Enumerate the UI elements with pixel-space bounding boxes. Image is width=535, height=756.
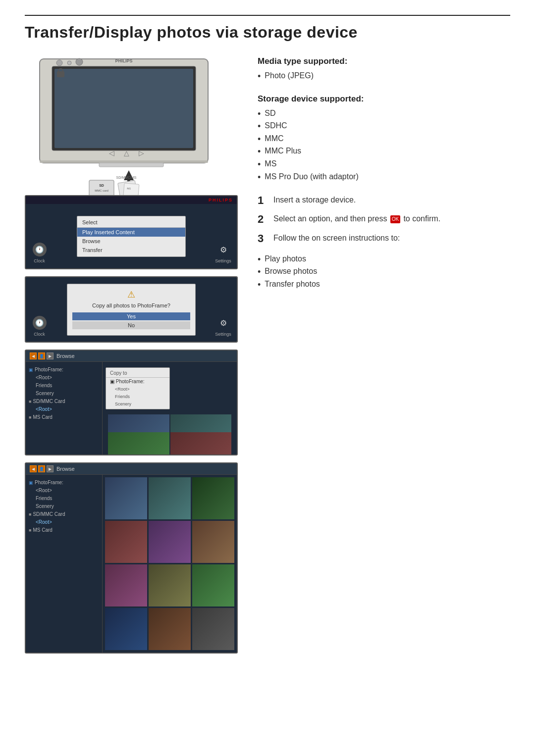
thumb-item-1	[105, 477, 147, 519]
copy-root-label: <Root>	[115, 387, 130, 392]
panel-dialog-center: ⚠ Copy all photos to PhotoFrame? Yes No	[53, 277, 210, 342]
copy-popup: Copy to ▣ PhotoFrame: <Root> Friends Sce…	[103, 362, 237, 454]
browse-nav-left-2[interactable]: ◀	[30, 465, 37, 472]
tree-ms-2: ■ MS Card	[29, 526, 99, 534]
browse-panel-thumbs: ◀ 👤 ▶ Browse ▣ PhotoFrame: <Root> Friend…	[25, 462, 238, 654]
tree-ms-icon-2: ■	[29, 527, 31, 534]
browse-nav-person[interactable]: 👤	[38, 353, 45, 359]
tree-sd-icon: ■	[29, 398, 31, 405]
panel-settings-icon: ⚙ Settings	[210, 204, 237, 268]
dialog-yes-btn[interactable]: Yes	[72, 312, 190, 320]
svg-text:◁: ◁	[109, 149, 114, 157]
browse-nav-left[interactable]: ◀	[30, 353, 37, 359]
step-text-2: Select an option, and then press OK to c…	[273, 213, 440, 224]
step-num-1: 1	[258, 195, 268, 206]
clock-icon: 🕐	[33, 243, 47, 256]
screen-panel-dialog: 🕐 Clock ⚠ Copy all photos to PhotoFrame?…	[25, 276, 238, 343]
browse-nav-icons: ◀ 👤 ▶	[30, 353, 54, 359]
storage-item-sdhc: SDHC	[258, 120, 510, 133]
settings-gear-icon: ⚙	[216, 243, 230, 256]
media-list: Photo (JPEG)	[258, 70, 510, 83]
clock-label: Clock	[34, 258, 45, 263]
ok-button-icon: OK	[390, 215, 400, 223]
svg-text:PHILIPS: PHILIPS	[115, 58, 132, 63]
tree-sub-item: Scenery	[36, 390, 99, 398]
philips-logo: PHILIPS	[26, 196, 237, 204]
steps-list: 1 Insert a storage device. 2 Select an o…	[258, 195, 510, 245]
follow-item-transfer: Transfer photos	[258, 279, 510, 292]
tree-ms-icon: ■	[29, 414, 31, 421]
thumb-item-9	[192, 564, 234, 606]
browse-nav-person-2[interactable]: 👤	[38, 465, 45, 472]
tree-sd-2: ■ SD/MMC Card	[29, 510, 99, 518]
tree-folder-icon-2: ▣	[29, 479, 33, 486]
dialog-no-btn[interactable]: No	[72, 321, 190, 329]
svg-point-4	[67, 61, 71, 65]
side-thumbs	[106, 412, 234, 452]
menu-item-play[interactable]: Play Inserted Content	[77, 228, 185, 237]
right-column: Media type supported: Photo (JPEG) Stora…	[258, 54, 510, 660]
thumb-item-5	[149, 521, 191, 563]
copy-friends-label: Friends	[115, 394, 130, 399]
thumb-item-12	[192, 608, 234, 650]
thumb-item-10	[105, 608, 147, 650]
tree-item-sd: ■ SD/MMC Card	[29, 398, 99, 405]
tree-sd-indent-2: <Root>	[36, 518, 99, 526]
svg-point-5	[76, 58, 83, 65]
panel-content-dialog: 🕐 Clock ⚠ Copy all photos to PhotoFrame?…	[26, 277, 237, 342]
tree-sub-friends-2: Friends	[36, 495, 99, 503]
tree-label: PhotoFrame:	[35, 366, 63, 374]
settings-gear-icon-2: ⚙	[216, 316, 230, 330]
warning-icon: ⚠	[72, 289, 190, 300]
tree-ms-label: MS Card	[33, 413, 52, 421]
tree-item-ms: ■ MS Card	[29, 413, 99, 421]
storage-item-mmc: MMC	[258, 133, 510, 146]
tree-folder-icon: ▣	[29, 366, 33, 373]
storage-item-msproduo: MS Pro Duo (with adaptor)	[258, 171, 510, 184]
menu-item-browse[interactable]: Browse	[77, 237, 185, 246]
step-text-1: Insert a storage device.	[273, 195, 356, 205]
tree-sd-label: SD/MMC Card	[33, 398, 65, 405]
step-2: 2 Select an option, and then press OK to…	[258, 213, 510, 225]
tree-root-selected-2: <Root>	[36, 518, 99, 526]
step-1: 1 Insert a storage device.	[258, 195, 510, 206]
copy-pf-icon: ▣	[110, 379, 114, 384]
tree-sub-root-2: <Root>	[36, 487, 99, 495]
thumbnail-grid	[103, 475, 237, 653]
follow-item-browse: Browse photos	[258, 266, 510, 279]
tree-sd-indent: <Root>	[36, 405, 99, 413]
panel-clock-icon-2: 🕐 Clock	[26, 277, 53, 342]
browse-header-2: ◀ 👤 ▶ Browse	[26, 463, 237, 475]
clock-label-2: Clock	[34, 332, 45, 337]
thumb-item	[108, 432, 169, 455]
thumb-item-6	[192, 521, 234, 563]
panel-content-menu: 🕐 Clock Select Play Inserted Content Bro…	[26, 204, 237, 268]
copy-scenery-label: Scenery	[115, 402, 131, 406]
storage-heading: Storage device supported:	[258, 94, 510, 104]
tree-item-pf: ▣ PhotoFrame:	[29, 479, 99, 487]
copy-menu-scenery: Scenery	[106, 400, 169, 407]
page-title: Transfer/Display photos via storage devi…	[25, 15, 510, 42]
svg-rect-20	[123, 183, 139, 195]
tree-root-selected: <Root>	[36, 405, 99, 413]
svg-rect-13	[99, 163, 163, 167]
menu-item-transfer[interactable]: Transfer	[77, 246, 185, 254]
svg-rect-6	[57, 71, 64, 77]
settings-label-2: Settings	[215, 332, 231, 337]
storage-item-ms: MS	[258, 158, 510, 171]
browse-content-2: ▣ PhotoFrame: <Root> Friends Scenery ■ S…	[26, 475, 237, 653]
svg-text:▷: ▷	[139, 149, 144, 157]
tree-sub-item: <Root>	[36, 374, 99, 382]
tree-sub-scenery-2: Scenery	[36, 503, 99, 510]
left-column: PHILIPS ◁ △ ▷ SD MMC card MS	[25, 54, 238, 660]
screen-panel-menu: PHILIPS 🕐 Clock Select Play Inserted Con…	[25, 195, 238, 269]
browse-content-1: ▣ PhotoFrame: <Root> Friends Scenery ■ S…	[26, 362, 237, 454]
step-num-2: 2	[258, 213, 268, 225]
browse-nav-right-2[interactable]: ▶	[47, 465, 54, 472]
menu-title: Select	[77, 218, 185, 228]
thumb-item-7	[105, 564, 147, 606]
browse-nav-right[interactable]: ▶	[47, 353, 54, 359]
tree-pf-label-2: PhotoFrame:	[35, 479, 63, 487]
follow-item-play: Play photos	[258, 253, 510, 266]
tree-indent: <Root> Friends Scenery	[36, 374, 99, 398]
